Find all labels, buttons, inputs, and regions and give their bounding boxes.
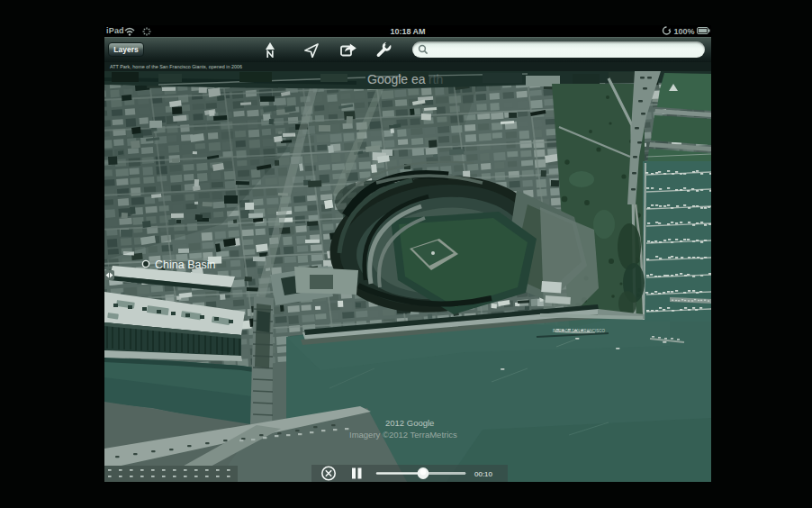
svg-text:Imagery ©2012 TerraMetrics: Imagery ©2012 TerraMetrics <box>349 430 457 440</box>
svg-text:2012 Google: 2012 Google <box>385 418 434 428</box>
svg-text:China Basin: China Basin <box>155 259 215 271</box>
svg-text:PORT OF SAN FRANCISCO: PORT OF SAN FRANCISCO <box>553 329 606 333</box>
svg-text:Google ea: Google ea <box>367 72 426 86</box>
svg-text:rth: rth <box>429 72 443 86</box>
svg-text:00:10: 00:10 <box>474 470 493 478</box>
